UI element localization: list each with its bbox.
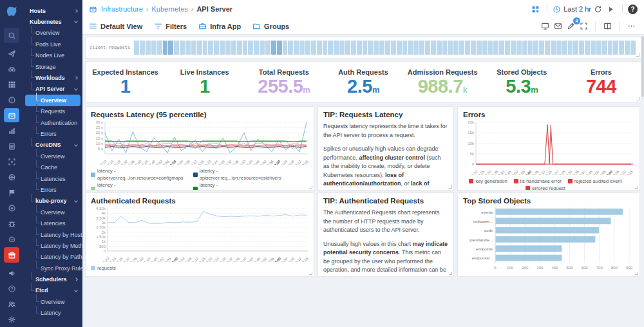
heatmap-cell[interactable] (323, 41, 328, 55)
heatmap-cell[interactable] (499, 41, 504, 55)
client-requests-heatmap[interactable]: client requests (85, 37, 641, 59)
heatmap-cell[interactable] (191, 41, 196, 55)
heatmap-cell[interactable] (493, 41, 498, 55)
sidebar-item-latencies[interactable]: Latencies (23, 173, 82, 184)
legend-item[interactable]: latency - apiserver.req...duration.resou… (193, 182, 296, 191)
heatmap-cell[interactable] (334, 41, 339, 55)
heatmap-cell[interactable] (459, 41, 464, 55)
heatmap-cell[interactable] (385, 41, 390, 55)
heatmap-cell[interactable] (630, 41, 636, 55)
heatmap-cell[interactable] (413, 41, 419, 55)
sidebar-item-latency-by-path[interactable]: Latency by Path (23, 252, 82, 263)
heatmap-cell[interactable] (533, 41, 538, 55)
heatmap-cell[interactable] (317, 41, 322, 55)
rum-record-icon[interactable] (4, 201, 19, 215)
legend-item[interactable]: key generation (469, 178, 507, 185)
heatmap-cell[interactable] (482, 41, 488, 55)
sidebar-item-authentication[interactable]: Authentication (23, 117, 82, 128)
monitors-icon[interactable] (4, 93, 19, 107)
heatmap-cell[interactable] (568, 41, 573, 55)
watchdog-icon[interactable] (4, 62, 19, 76)
legend-item[interactable]: latency - apiserver.req...ion.resource=c… (91, 167, 193, 182)
heatmap-cell[interactable] (265, 41, 270, 55)
legend-item[interactable]: requests (91, 265, 116, 272)
envelope-icon[interactable] (551, 20, 564, 33)
heatmap-cell[interactable] (585, 41, 590, 55)
heatmap-cell[interactable] (408, 41, 413, 55)
heatmap-cell[interactable] (168, 41, 173, 55)
heatmap-cell[interactable] (528, 41, 533, 55)
infrastructure-grid-icon[interactable] (4, 77, 19, 91)
sidebar-item-latency[interactable]: Latency (23, 308, 82, 319)
heatmap-cell[interactable] (243, 41, 248, 55)
sidebar-item-coredns[interactable]: CoreDNS (23, 140, 82, 151)
heatmap-cell[interactable] (488, 41, 493, 55)
heatmap-cell[interactable] (208, 41, 213, 55)
pen-icon[interactable]: 4 (564, 20, 577, 33)
heatmap-cell[interactable] (254, 41, 259, 55)
heatmap-cell[interactable] (174, 41, 179, 55)
heatmap-cell[interactable] (357, 41, 362, 55)
heatmap-cell[interactable] (453, 41, 459, 55)
dashboards-icon[interactable] (4, 124, 19, 138)
columns-icon[interactable] (601, 20, 614, 33)
legend-item[interactable]: latency - apiserver.req...ion.resource=c… (193, 167, 296, 182)
heatmap-cell[interactable] (146, 41, 151, 55)
infra-app-button[interactable]: Infra App (198, 22, 241, 30)
gear-icon[interactable] (4, 312, 19, 326)
heatmap-cell[interactable] (477, 41, 482, 55)
send-icon[interactable] (4, 46, 19, 61)
search-icon[interactable] (4, 28, 19, 43)
heatmap-cell[interactable] (539, 41, 544, 55)
heatmap-cell[interactable] (220, 41, 225, 55)
containers-icon[interactable] (4, 108, 19, 122)
security-bug-icon[interactable] (4, 216, 19, 230)
requests-latency-legend[interactable]: latency - apiserver.req...ion.resource=c… (91, 167, 308, 191)
time-range-picker[interactable]: Last 2 hr (553, 5, 591, 14)
heatmap-cell[interactable] (134, 41, 139, 55)
apps-grid-icon[interactable] (529, 3, 542, 15)
heatmap-cell[interactable] (591, 41, 596, 55)
refresh-icon[interactable] (591, 3, 604, 15)
legend-item[interactable]: rejected audited event (568, 178, 622, 185)
sidebar-item-overview[interactable]: Overview (23, 151, 82, 162)
heatmap-cell[interactable] (402, 41, 408, 55)
heatmap-cell[interactable] (419, 41, 424, 55)
heatmap-cell[interactable] (231, 41, 236, 55)
heatmap-cells[interactable] (134, 41, 636, 55)
heatmap-cell[interactable] (197, 41, 202, 55)
sidebar-item-latency-by-metho[interactable]: Latency by Metho (23, 240, 82, 251)
heatmap-cell[interactable] (180, 41, 185, 55)
gift-icon[interactable] (4, 247, 19, 263)
ellipsis-icon[interactable] (625, 20, 638, 33)
heatmap-cell[interactable] (260, 41, 265, 55)
heatmap-cell[interactable] (516, 41, 522, 55)
heatmap-cell[interactable] (339, 41, 345, 55)
heatmap-cell[interactable] (431, 41, 436, 55)
datadog-logo-icon[interactable] (5, 4, 19, 21)
megaphone-icon[interactable] (4, 266, 19, 280)
heatmap-cell[interactable] (471, 41, 476, 55)
heatmap-cell[interactable] (363, 41, 368, 55)
heatmap-cell[interactable] (151, 41, 156, 55)
heatmap-cell[interactable] (185, 41, 191, 55)
heatmap-cell[interactable] (573, 41, 578, 55)
heatmap-cell[interactable] (271, 41, 276, 55)
heatmap-cell[interactable] (237, 41, 242, 55)
heatmap-cell[interactable] (157, 41, 162, 55)
sidebar-item-overview[interactable]: Overview (25, 95, 80, 106)
heatmap-cell[interactable] (425, 41, 430, 55)
heatmap-cell[interactable] (522, 41, 527, 55)
heatmap-cell[interactable] (613, 41, 618, 55)
heatmap-cell[interactable] (545, 41, 550, 55)
heatmap-cell[interactable] (596, 41, 601, 55)
sidebar-item-overview[interactable]: Overview (23, 207, 82, 218)
heatmap-cell[interactable] (277, 41, 282, 55)
heatmap-cell[interactable] (305, 41, 310, 55)
heatmap-cell[interactable] (619, 41, 624, 55)
filters-button[interactable]: Filters (154, 22, 187, 30)
authenticated-requests-legend[interactable]: requests (91, 265, 308, 272)
errors-chart[interactable]: 05k10k15k20k07:2007:2507:3007:3507:4007:… (463, 120, 634, 178)
heatmap-cell[interactable] (163, 41, 168, 55)
legend-item[interactable]: errored request (526, 185, 565, 191)
